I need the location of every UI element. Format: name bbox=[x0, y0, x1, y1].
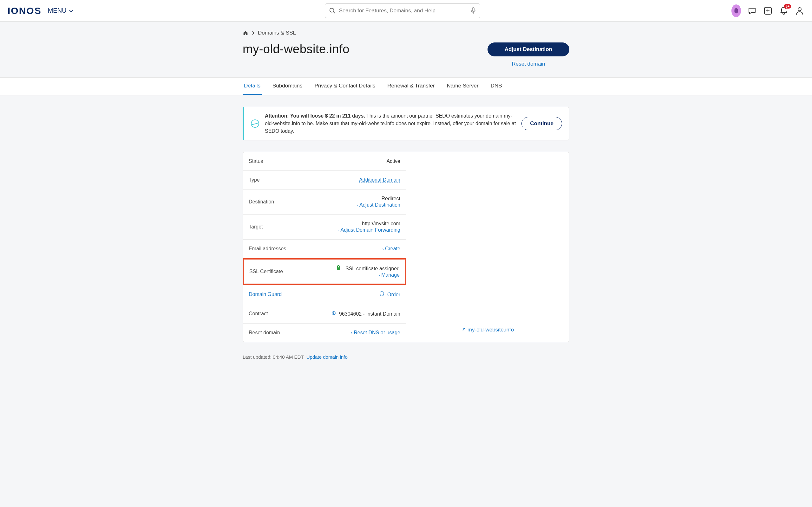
reset-domain-link[interactable]: Reset domain bbox=[512, 61, 545, 67]
chevron-right-icon: › bbox=[379, 273, 380, 278]
adjust-destination-button[interactable]: Adjust Destination bbox=[488, 43, 569, 56]
tab-dns[interactable]: DNS bbox=[490, 78, 503, 95]
row-contract: Contract 96304602 - Instant Domain bbox=[243, 304, 406, 324]
content: Attention: You will loose $ 22 in 211 da… bbox=[243, 95, 569, 349]
lock-icon bbox=[336, 266, 342, 271]
menu-button[interactable]: MENU bbox=[48, 7, 73, 14]
create-email-link[interactable]: Create bbox=[385, 246, 400, 251]
details-panel: Status Active Type Additional Domain Des… bbox=[243, 152, 569, 342]
gear-icon[interactable] bbox=[332, 311, 338, 317]
continue-button[interactable]: Continue bbox=[521, 117, 562, 130]
type-label: Type bbox=[249, 177, 260, 183]
tab-nameserver[interactable]: Name Server bbox=[446, 78, 480, 95]
row-email: Email addresses ›Create bbox=[243, 239, 406, 258]
tab-renewal[interactable]: Renewal & Transfer bbox=[386, 78, 436, 95]
breadcrumb-area: Domains & SSL my-old-website.info Adjust… bbox=[243, 21, 569, 67]
chevron-right-icon: › bbox=[338, 228, 339, 233]
row-ssl-highlighted: SSL Certificate SSL certificate assigned… bbox=[243, 258, 406, 285]
panel-right: my-old-website.info bbox=[406, 152, 569, 342]
svg-rect-8 bbox=[337, 268, 340, 270]
title-row: my-old-website.info Adjust Destination R… bbox=[243, 43, 569, 67]
svg-point-0 bbox=[330, 8, 334, 12]
type-value-link[interactable]: Additional Domain bbox=[359, 177, 400, 183]
breadcrumb-section[interactable]: Domains & SSL bbox=[258, 30, 296, 36]
domain-guard-link[interactable]: Domain Guard bbox=[249, 291, 282, 297]
svg-rect-2 bbox=[472, 8, 474, 11]
destination-label: Destination bbox=[249, 199, 274, 205]
user-icon[interactable] bbox=[795, 6, 804, 15]
status-label: Status bbox=[249, 158, 263, 164]
sedo-alert: Attention: You will loose $ 22 in 211 da… bbox=[243, 107, 569, 140]
adjust-forwarding-link[interactable]: Adjust Domain Forwarding bbox=[340, 227, 400, 233]
chevron-right-icon: › bbox=[383, 246, 384, 251]
tabs-inner: Details Subdomains Privacy & Contact Det… bbox=[243, 78, 569, 95]
last-updated-text: Last updated: 04:40 AM EDT bbox=[243, 354, 304, 360]
alert-text: Attention: You will loose $ 22 in 211 da… bbox=[265, 112, 516, 135]
row-type: Type Additional Domain bbox=[243, 171, 406, 189]
sedo-icon bbox=[251, 119, 259, 128]
add-icon[interactable] bbox=[763, 6, 773, 15]
destination-value: Redirect bbox=[381, 196, 400, 201]
bell-icon[interactable]: 5+ bbox=[779, 6, 789, 15]
avatar[interactable] bbox=[731, 6, 741, 15]
svg-rect-3 bbox=[734, 8, 738, 13]
target-label: Target bbox=[249, 224, 263, 230]
ssl-label: SSL Certificate bbox=[249, 269, 283, 274]
external-domain-text: my-old-website.info bbox=[467, 327, 514, 333]
svg-point-7 bbox=[798, 8, 801, 11]
chevron-right-icon: › bbox=[351, 331, 352, 335]
mic-icon[interactable] bbox=[470, 7, 476, 14]
adjust-destination-link[interactable]: Adjust Destination bbox=[359, 202, 400, 208]
top-header: IONOS MENU 5+ bbox=[0, 0, 812, 21]
reset-label: Reset domain bbox=[249, 330, 280, 336]
avatar-icon bbox=[733, 7, 740, 14]
ssl-value: SSL certificate assigned bbox=[345, 266, 400, 271]
chevron-right-icon: › bbox=[357, 203, 358, 208]
row-domain-guard: Domain Guard Order bbox=[243, 285, 406, 304]
contract-value: 96304602 - Instant Domain bbox=[339, 311, 400, 317]
home-icon[interactable] bbox=[243, 30, 248, 36]
chevron-down-icon bbox=[68, 8, 73, 13]
email-label: Email addresses bbox=[249, 246, 286, 251]
chevron-right-icon bbox=[252, 31, 255, 35]
target-value: http://mysite.com bbox=[362, 221, 400, 226]
external-domain-link[interactable]: my-old-website.info bbox=[461, 327, 514, 333]
logo: IONOS bbox=[8, 5, 42, 16]
tab-details[interactable]: Details bbox=[243, 78, 262, 95]
row-reset-domain: Reset domain ›Reset DNS or usage bbox=[243, 324, 406, 342]
tab-subdomains[interactable]: Subdomains bbox=[271, 78, 304, 95]
search-bar[interactable] bbox=[325, 3, 480, 18]
page-title: my-old-website.info bbox=[243, 43, 350, 56]
search-input[interactable] bbox=[339, 8, 467, 14]
header-icons: 5+ bbox=[731, 6, 804, 15]
row-target: Target http://mysite.com ›Adjust Domain … bbox=[243, 215, 406, 239]
notif-badge: 5+ bbox=[784, 4, 791, 9]
order-guard-link[interactable]: Order bbox=[387, 292, 400, 297]
panel-left: Status Active Type Additional Domain Des… bbox=[243, 152, 406, 342]
search-icon bbox=[329, 7, 336, 14]
title-actions: Adjust Destination Reset domain bbox=[488, 43, 569, 67]
footer-updated: Last updated: 04:40 AM EDT Update domain… bbox=[243, 354, 569, 360]
breadcrumb: Domains & SSL bbox=[243, 30, 569, 36]
shield-icon bbox=[380, 292, 386, 297]
manage-ssl-link[interactable]: Manage bbox=[381, 272, 400, 278]
status-value: Active bbox=[386, 158, 400, 164]
chat-icon[interactable] bbox=[747, 6, 757, 15]
reset-dns-link[interactable]: Reset DNS or usage bbox=[354, 330, 400, 335]
update-domain-info-link[interactable]: Update domain info bbox=[306, 354, 348, 360]
alert-bold: Attention: You will loose $ 22 in 211 da… bbox=[265, 113, 365, 118]
tab-privacy[interactable]: Privacy & Contact Details bbox=[313, 78, 376, 95]
row-status: Status Active bbox=[243, 152, 406, 171]
row-destination: Destination Redirect ›Adjust Destination bbox=[243, 189, 406, 215]
avatar-circle bbox=[731, 4, 741, 17]
search-container bbox=[325, 3, 480, 18]
svg-line-1 bbox=[334, 11, 335, 13]
tabs-bar: Details Subdomains Privacy & Contact Det… bbox=[0, 77, 812, 95]
menu-label: MENU bbox=[48, 7, 67, 14]
external-link-icon bbox=[461, 328, 466, 332]
contract-label: Contract bbox=[249, 311, 268, 317]
svg-point-10 bbox=[333, 313, 334, 314]
